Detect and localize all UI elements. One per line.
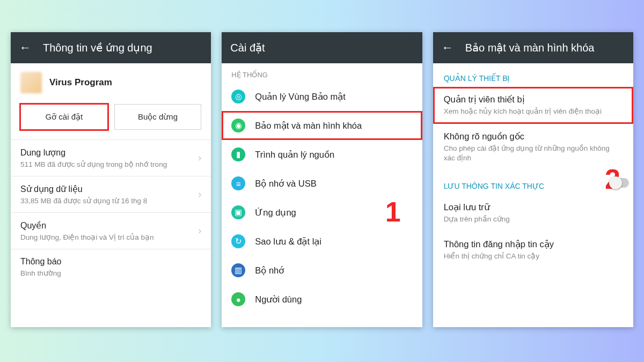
user-icon: ● [231,292,245,306]
app-name: Virus Program [49,77,112,88]
settings-item-label: Bộ nhớ và USB [255,179,316,189]
item-title: Sử dụng dữ liệu [20,184,147,194]
settings-item-security-lock[interactable]: ◉ Bảo mật và màn hình khóa [222,111,422,140]
page-title: Bảo mật và màn hình khóa [465,41,595,54]
button-row: Gỡ cài đặt Buộc dừng [11,99,211,139]
item-subtitle: Dung lượng, Điện thoại và Vị trí của bạn [20,233,154,241]
chevron-right-icon: › [198,225,201,237]
settings-item-label: Quản lý Vùng Bảo mật [255,92,346,102]
security-item-trusted-creds[interactable]: Thông tin đăng nhập tin cậy Hiển thị chứ… [433,232,633,269]
item-title: Quản trị viên thiết bị [444,94,623,105]
list-item-notifications[interactable]: Thông báo Bình thường [11,249,211,285]
list-item-data[interactable]: Sử dụng dữ liệu 33,85 MB đã được sử dụng… [11,176,211,212]
app-icon [20,72,42,93]
backup-icon: ↻ [231,234,245,248]
force-stop-button[interactable]: Buộc dừng [114,104,202,130]
settings-item-storage-usb[interactable]: ≡ Bộ nhớ và USB [222,169,422,198]
panel-app-info: ← Thông tin về ứng dụng Virus Program Gỡ… [11,32,211,327]
settings-item-user[interactable]: ● Người dùng [222,285,422,314]
settings-item-memory[interactable]: ▥ Bộ nhớ [222,256,422,285]
item-title: Thông tin đăng nhập tin cậy [444,239,623,249]
security-item-unknown-sources[interactable]: Không rõ nguồn gốc Cho phép cài đặt ứng … [433,124,633,171]
settings-item-label: Bảo mật và màn hình khóa [255,121,362,131]
content-area: QUẢN LÝ THIẾT BỊ Quản trị viên thiết bị … [433,63,633,327]
shield-icon: ◎ [231,90,245,104]
panel-security: ← Bảo mật và màn hình khóa QUẢN LÝ THIẾT… [433,32,633,327]
page-title: Thông tin về ứng dụng [43,41,152,54]
settings-item-label: Bộ nhớ [255,265,284,276]
item-subtitle: 33,85 MB đã được sử dụng từ 16 thg 8 [20,196,147,205]
category-credentials: LƯU THÔNG TIN XÁC THỰC [433,171,633,195]
lock-icon: ◉ [231,119,245,132]
settings-item-backup[interactable]: ↻ Sao lưu & đặt lại [222,227,422,256]
memory-icon: ▥ [231,263,245,277]
settings-item-power[interactable]: ▮ Trình quản lý nguồn [222,140,422,169]
settings-item-label: Sao lưu & đặt lại [255,237,321,247]
section-label: HỆ THỐNG [222,63,422,82]
unknown-sources-toggle[interactable] [611,178,629,188]
list-item-storage[interactable]: Dung lượng 511 MB đã được sử dụng trong … [11,139,211,176]
header: ← Bảo mật và màn hình khóa [433,32,633,63]
uninstall-button[interactable]: Gỡ cài đặt [20,104,108,130]
content-area: Virus Program Gỡ cài đặt Buộc dừng Dung … [11,63,211,327]
battery-icon: ▮ [231,147,245,161]
security-item-device-admin[interactable]: Quản trị viên thiết bị Xem hoặc hủy kích… [433,87,633,124]
header: Cài đặt [222,32,422,63]
settings-item-label: Ứng dụng [255,208,296,218]
item-subtitle: 511 MB đã được sử dụng trong bộ nhớ tron… [20,160,167,168]
item-title: Quyền [20,220,154,231]
chevron-right-icon: › [198,152,201,164]
page-title: Cài đặt [230,41,265,54]
item-subtitle: Xem hoặc hủy kích hoạt quản trị viên điệ… [444,107,623,116]
panel-settings: Cài đặt HỆ THỐNG ◎ Quản lý Vùng Bảo mật … [222,32,422,327]
item-subtitle: Hiển thị chứng chỉ CA tin cậy [444,252,623,261]
apps-icon: ▣ [231,205,245,219]
back-icon[interactable]: ← [442,41,453,55]
category-device-admin: QUẢN LÝ THIẾT BỊ [433,63,633,87]
item-title: Loại lưu trữ [444,202,623,212]
app-header: Virus Program [11,63,211,99]
back-icon[interactable]: ← [19,41,31,55]
item-subtitle: Dựa trên phần cứng [444,215,623,224]
item-title: Thông báo [20,257,62,267]
settings-item-label: Trình quản lý nguồn [255,150,334,160]
settings-item-security-zone[interactable]: ◎ Quản lý Vùng Bảo mật [222,82,422,111]
storage-icon: ≡ [231,176,245,190]
content-area: HỆ THỐNG ◎ Quản lý Vùng Bảo mật ◉ Bảo mậ… [222,63,422,327]
chevron-right-icon: › [198,189,201,200]
item-subtitle: Bình thường [20,269,62,277]
item-title: Dung lượng [20,147,167,158]
item-title: Không rõ nguồn gốc [444,131,623,142]
list-item-permissions[interactable]: Quyền Dung lượng, Điện thoại và Vị trí c… [11,212,211,249]
header: ← Thông tin về ứng dụng [11,32,211,63]
item-subtitle: Cho phép cài đặt ứng dụng từ những nguồn… [444,144,623,163]
settings-item-label: Người dùng [255,294,302,305]
security-item-storage-type[interactable]: Loại lưu trữ Dựa trên phần cứng [433,195,633,232]
step-marker-1: 1 [385,196,401,228]
